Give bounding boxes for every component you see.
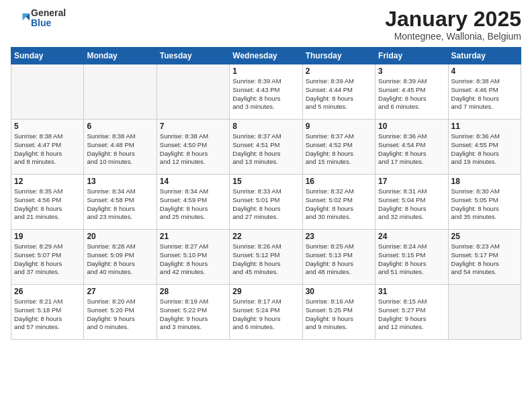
day-num-4-4: 30	[306, 287, 372, 296]
week-row-1: 5Sunrise: 8:38 AMSunset: 4:47 PMDaylight…	[11, 120, 521, 175]
day-info-2-6: Sunrise: 8:30 AMSunset: 5:05 PMDaylight:…	[451, 187, 518, 222]
cell-1-3: 8Sunrise: 8:37 AMSunset: 4:51 PMDaylight…	[230, 120, 302, 175]
day-num-3-3: 22	[232, 232, 299, 241]
logo-general: General	[31, 8, 66, 18]
day-info-0-4: Sunrise: 8:39 AMSunset: 4:44 PMDaylight:…	[306, 77, 372, 111]
day-info-4-5: Sunrise: 8:15 AMSunset: 5:27 PMDaylight:…	[378, 298, 445, 332]
day-info-3-3: Sunrise: 8:26 AMSunset: 5:12 PMDaylight:…	[232, 242, 299, 277]
header-friday: Friday	[375, 48, 448, 64]
day-num-4-1: 27	[87, 287, 153, 296]
cell-0-2	[157, 64, 229, 120]
day-info-2-4: Sunrise: 8:32 AMSunset: 5:02 PMDaylight:…	[306, 187, 372, 222]
day-num-1-0: 5	[14, 122, 81, 131]
day-info-3-5: Sunrise: 8:24 AMSunset: 5:15 PMDaylight:…	[378, 242, 445, 277]
logo-icon	[11, 9, 30, 28]
svg-rect-0	[11, 9, 30, 28]
day-info-1-0: Sunrise: 8:38 AMSunset: 4:47 PMDaylight:…	[14, 132, 81, 167]
day-info-4-1: Sunrise: 8:20 AMSunset: 5:20 PMDaylight:…	[87, 298, 153, 332]
day-info-0-5: Sunrise: 8:39 AMSunset: 4:45 PMDaylight:…	[378, 77, 445, 111]
day-num-2-1: 13	[87, 177, 153, 186]
day-info-1-5: Sunrise: 8:36 AMSunset: 4:54 PMDaylight:…	[378, 132, 445, 167]
logo-text: General Blue	[31, 8, 66, 29]
cell-2-6: 18Sunrise: 8:30 AMSunset: 5:05 PMDayligh…	[448, 175, 521, 230]
cell-1-5: 10Sunrise: 8:36 AMSunset: 4:54 PMDayligh…	[375, 120, 448, 175]
day-num-3-6: 25	[451, 232, 518, 241]
title-section: January 2025 Montegnee, Wallonia, Belgiu…	[385, 8, 521, 42]
logo: General Blue	[11, 8, 66, 29]
cell-2-5: 17Sunrise: 8:31 AMSunset: 5:04 PMDayligh…	[375, 175, 448, 230]
day-info-4-2: Sunrise: 8:19 AMSunset: 5:22 PMDaylight:…	[160, 298, 226, 332]
day-num-3-2: 21	[160, 232, 226, 241]
day-num-4-0: 26	[14, 287, 81, 296]
cell-3-3: 22Sunrise: 8:26 AMSunset: 5:12 PMDayligh…	[230, 230, 302, 285]
day-num-0-6: 4	[451, 66, 518, 76]
day-info-0-3: Sunrise: 8:39 AMSunset: 4:43 PMDaylight:…	[232, 77, 299, 111]
cell-1-2: 7Sunrise: 8:38 AMSunset: 4:50 PMDaylight…	[157, 120, 229, 175]
day-info-2-0: Sunrise: 8:35 AMSunset: 4:56 PMDaylight:…	[14, 187, 81, 222]
day-info-4-0: Sunrise: 8:21 AMSunset: 5:18 PMDaylight:…	[14, 298, 81, 332]
cell-4-6	[448, 285, 521, 340]
day-info-0-6: Sunrise: 8:38 AMSunset: 4:46 PMDaylight:…	[451, 77, 518, 111]
day-info-1-6: Sunrise: 8:36 AMSunset: 4:55 PMDaylight:…	[451, 132, 518, 167]
day-info-1-4: Sunrise: 8:37 AMSunset: 4:52 PMDaylight:…	[306, 132, 372, 167]
day-info-3-4: Sunrise: 8:25 AMSunset: 5:13 PMDaylight:…	[306, 242, 372, 277]
week-row-4: 26Sunrise: 8:21 AMSunset: 5:18 PMDayligh…	[11, 285, 521, 340]
cell-1-6: 11Sunrise: 8:36 AMSunset: 4:55 PMDayligh…	[448, 120, 521, 175]
cell-4-1: 27Sunrise: 8:20 AMSunset: 5:20 PMDayligh…	[84, 285, 157, 340]
day-info-1-1: Sunrise: 8:38 AMSunset: 4:48 PMDaylight:…	[87, 132, 153, 167]
calendar-subtitle: Montegnee, Wallonia, Belgium	[385, 31, 521, 42]
day-num-3-4: 23	[306, 232, 372, 241]
day-num-0-5: 3	[378, 66, 445, 76]
day-info-3-1: Sunrise: 8:28 AMSunset: 5:09 PMDaylight:…	[87, 242, 153, 277]
header-wednesday: Wednesday	[230, 48, 302, 64]
day-num-2-2: 14	[160, 177, 226, 186]
cell-4-2: 28Sunrise: 8:19 AMSunset: 5:22 PMDayligh…	[157, 285, 229, 340]
day-num-2-0: 12	[14, 177, 81, 186]
cell-4-3: 29Sunrise: 8:17 AMSunset: 5:24 PMDayligh…	[230, 285, 302, 340]
cell-3-2: 21Sunrise: 8:27 AMSunset: 5:10 PMDayligh…	[157, 230, 229, 285]
cell-0-3: 1Sunrise: 8:39 AMSunset: 4:43 PMDaylight…	[230, 64, 302, 120]
header: General Blue January 2025 Montegnee, Wal…	[11, 8, 521, 42]
day-info-4-4: Sunrise: 8:16 AMSunset: 5:25 PMDaylight:…	[306, 298, 372, 332]
page: General Blue January 2025 Montegnee, Wal…	[0, 0, 532, 411]
day-num-4-2: 28	[160, 287, 226, 296]
header-tuesday: Tuesday	[157, 48, 229, 64]
day-info-1-2: Sunrise: 8:38 AMSunset: 4:50 PMDaylight:…	[160, 132, 226, 167]
cell-0-1	[84, 64, 157, 120]
cell-3-5: 24Sunrise: 8:24 AMSunset: 5:15 PMDayligh…	[375, 230, 448, 285]
header-monday: Monday	[84, 48, 157, 64]
day-info-3-0: Sunrise: 8:29 AMSunset: 5:07 PMDaylight:…	[14, 242, 81, 277]
day-num-4-3: 29	[232, 287, 299, 296]
header-sunday: Sunday	[11, 48, 84, 64]
day-info-2-5: Sunrise: 8:31 AMSunset: 5:04 PMDaylight:…	[378, 187, 445, 222]
day-info-3-2: Sunrise: 8:27 AMSunset: 5:10 PMDaylight:…	[160, 242, 226, 277]
day-num-1-2: 7	[160, 122, 226, 131]
day-info-1-3: Sunrise: 8:37 AMSunset: 4:51 PMDaylight:…	[232, 132, 299, 167]
day-num-2-6: 18	[451, 177, 518, 186]
day-info-4-3: Sunrise: 8:17 AMSunset: 5:24 PMDaylight:…	[232, 298, 299, 332]
day-num-3-0: 19	[14, 232, 81, 241]
day-num-3-5: 24	[378, 232, 445, 241]
cell-0-4: 2Sunrise: 8:39 AMSunset: 4:44 PMDaylight…	[302, 64, 375, 120]
day-num-4-5: 31	[378, 287, 445, 296]
day-num-1-4: 9	[306, 122, 372, 131]
week-row-3: 19Sunrise: 8:29 AMSunset: 5:07 PMDayligh…	[11, 230, 521, 285]
day-info-2-3: Sunrise: 8:33 AMSunset: 5:01 PMDaylight:…	[232, 187, 299, 222]
cell-3-1: 20Sunrise: 8:28 AMSunset: 5:09 PMDayligh…	[84, 230, 157, 285]
logo-blue: Blue	[31, 18, 66, 28]
day-num-1-1: 6	[87, 122, 153, 131]
cell-1-0: 5Sunrise: 8:38 AMSunset: 4:47 PMDaylight…	[11, 120, 84, 175]
week-row-0: 1Sunrise: 8:39 AMSunset: 4:43 PMDaylight…	[11, 64, 521, 120]
header-thursday: Thursday	[302, 48, 375, 64]
cell-1-1: 6Sunrise: 8:38 AMSunset: 4:48 PMDaylight…	[84, 120, 157, 175]
day-num-0-4: 2	[306, 66, 372, 76]
cell-4-5: 31Sunrise: 8:15 AMSunset: 5:27 PMDayligh…	[375, 285, 448, 340]
day-num-2-4: 16	[306, 177, 372, 186]
day-num-0-3: 1	[232, 66, 299, 76]
cell-2-2: 14Sunrise: 8:34 AMSunset: 4:59 PMDayligh…	[157, 175, 229, 230]
day-num-1-6: 11	[451, 122, 518, 131]
cell-4-4: 30Sunrise: 8:16 AMSunset: 5:25 PMDayligh…	[302, 285, 375, 340]
day-info-2-1: Sunrise: 8:34 AMSunset: 4:58 PMDaylight:…	[87, 187, 153, 222]
cell-0-5: 3Sunrise: 8:39 AMSunset: 4:45 PMDaylight…	[375, 64, 448, 120]
day-info-2-2: Sunrise: 8:34 AMSunset: 4:59 PMDaylight:…	[160, 187, 226, 222]
